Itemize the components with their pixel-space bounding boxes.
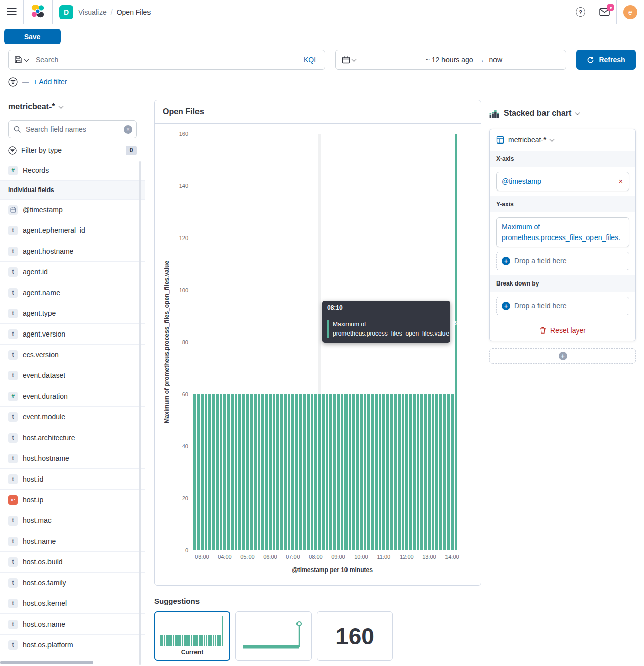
- chart-bar[interactable]: [318, 394, 321, 550]
- layer-index-pattern[interactable]: metricbeat-*: [490, 129, 635, 151]
- chart-bar[interactable]: [435, 394, 438, 550]
- chart-bar[interactable]: [405, 394, 408, 550]
- chart-bar[interactable]: [208, 394, 211, 550]
- chart-bar[interactable]: [409, 394, 412, 550]
- chart-bar[interactable]: [216, 394, 219, 550]
- field-item-host.os.name[interactable]: thost.os.name: [0, 613, 145, 634]
- field-item-agent.name[interactable]: tagent.name: [0, 282, 145, 303]
- field-item-event.dataset[interactable]: tevent.dataset: [0, 365, 145, 386]
- chart-bar[interactable]: [390, 394, 393, 550]
- chart-bar[interactable]: [227, 394, 230, 550]
- field-item-host.os.build[interactable]: thost.os.build: [0, 551, 145, 572]
- chart-bar[interactable]: [284, 394, 287, 550]
- chart-bar[interactable]: [246, 394, 249, 550]
- user-avatar[interactable]: e: [623, 5, 637, 19]
- field-item-host.architecture[interactable]: thost.architecture: [0, 427, 145, 448]
- chart-bar[interactable]: [344, 394, 348, 550]
- kql-button[interactable]: KQL: [296, 50, 325, 69]
- chart-bar[interactable]: [280, 394, 283, 550]
- field-item-records[interactable]: # Records: [0, 160, 145, 180]
- chart-bar[interactable]: [238, 394, 241, 550]
- chart-bar[interactable]: [329, 394, 332, 550]
- space-badge[interactable]: D: [59, 5, 73, 19]
- chart-bar[interactable]: [273, 394, 276, 550]
- chart-bar[interactable]: [379, 394, 382, 550]
- add-layer-button[interactable]: +: [489, 348, 636, 364]
- chart-bar[interactable]: [307, 394, 310, 550]
- breadcrumb-visualize[interactable]: Visualize: [78, 8, 107, 16]
- newsfeed-button[interactable]: [599, 8, 610, 16]
- chart-bar[interactable]: [402, 394, 405, 550]
- field-item-agent.id[interactable]: tagent.id: [0, 261, 145, 282]
- chart-bar[interactable]: [265, 394, 268, 550]
- chart-bar[interactable]: [360, 394, 363, 550]
- field-item-host.os.kernel[interactable]: thost.os.kernel: [0, 593, 145, 613]
- chart-bar[interactable]: [314, 394, 317, 550]
- refresh-button[interactable]: Refresh: [576, 50, 636, 70]
- chart-bar[interactable]: [337, 394, 340, 550]
- chart-bar[interactable]: [349, 394, 352, 550]
- menu-button[interactable]: [7, 6, 17, 18]
- field-item-host.mac[interactable]: thost.mac: [0, 510, 145, 531]
- chart-bar[interactable]: [212, 394, 215, 550]
- field-item-agent.type[interactable]: tagent.type: [0, 303, 145, 323]
- chart-bar[interactable]: [201, 394, 204, 550]
- search-input[interactable]: [34, 50, 296, 69]
- chart-bar[interactable]: [269, 394, 272, 550]
- chart-bar[interactable]: [295, 394, 299, 550]
- sidebar-scrollbar[interactable]: [139, 161, 141, 665]
- filter-by-type-button[interactable]: Filter by type 0: [0, 144, 145, 157]
- chart-bar[interactable]: [382, 394, 385, 550]
- chart-bar[interactable]: [451, 394, 454, 550]
- chart-bar[interactable]: [242, 394, 245, 550]
- field-item-@timestamp[interactable]: @timestamp: [0, 199, 145, 220]
- chart-bar[interactable]: [417, 394, 420, 550]
- time-range-to[interactable]: now: [489, 56, 503, 64]
- chart-bar[interactable]: [254, 394, 257, 550]
- field-item-host.name[interactable]: thost.name: [0, 531, 145, 551]
- reset-layer-button[interactable]: Reset layer: [539, 326, 586, 335]
- chart-bar[interactable]: [439, 394, 442, 550]
- clear-field-search-button[interactable]: ×: [124, 125, 132, 134]
- chart-bar[interactable]: [250, 394, 253, 550]
- chart-bar[interactable]: [432, 394, 435, 550]
- chart-bar[interactable]: [371, 394, 374, 550]
- chart-bar[interactable]: [367, 394, 370, 550]
- field-item-agent.ephemeral_id[interactable]: tagent.ephemeral_id: [0, 220, 145, 241]
- date-picker-button[interactable]: [336, 50, 362, 69]
- chart-bar[interactable]: [261, 394, 264, 550]
- field-item-host.os.family[interactable]: thost.os.family: [0, 572, 145, 593]
- chart-bar[interactable]: [311, 394, 314, 550]
- add-filter-button[interactable]: + Add filter: [33, 78, 67, 86]
- chart-bar[interactable]: [322, 394, 325, 550]
- field-item-event.module[interactable]: tevent.module: [0, 406, 145, 427]
- field-item-host.ip[interactable]: IPhost.ip: [0, 489, 145, 510]
- break-down-drop-target[interactable]: + Drop a field here: [496, 297, 629, 315]
- chart-bar[interactable]: [258, 394, 261, 550]
- chart-bar[interactable]: [220, 394, 223, 550]
- chart-bar[interactable]: [394, 394, 397, 550]
- chart-bar[interactable]: [197, 394, 200, 550]
- x-axis-dimension[interactable]: @timestamp ×: [496, 172, 629, 191]
- field-item-host.os.platform[interactable]: thost.os.platform: [0, 634, 145, 655]
- saved-query-button[interactable]: [9, 50, 34, 69]
- chart-bar[interactable]: [443, 394, 446, 550]
- chart-bar[interactable]: [352, 394, 355, 550]
- chart-type-selector[interactable]: Stacked bar chart: [489, 106, 636, 121]
- chart-bar[interactable]: [386, 394, 389, 550]
- chart-bar[interactable]: [326, 394, 329, 550]
- chart-bar[interactable]: [205, 394, 208, 550]
- chart-bar[interactable]: [375, 394, 378, 550]
- field-search-input[interactable]: [8, 120, 137, 138]
- field-item-agent.hostname[interactable]: tagent.hostname: [0, 241, 145, 261]
- index-pattern-switcher[interactable]: metricbeat-*: [0, 100, 145, 114]
- chart-bar[interactable]: [428, 394, 431, 550]
- chart-bar[interactable]: [398, 394, 401, 550]
- chart-bar[interactable]: [341, 394, 344, 550]
- field-item-host.hostname[interactable]: thost.hostname: [0, 448, 145, 468]
- chart-bar[interactable]: [424, 394, 427, 550]
- chart-bar[interactable]: [364, 394, 367, 550]
- chart-bar[interactable]: [231, 394, 234, 550]
- chart-bar[interactable]: [413, 394, 416, 550]
- chart-bar[interactable]: [276, 394, 279, 550]
